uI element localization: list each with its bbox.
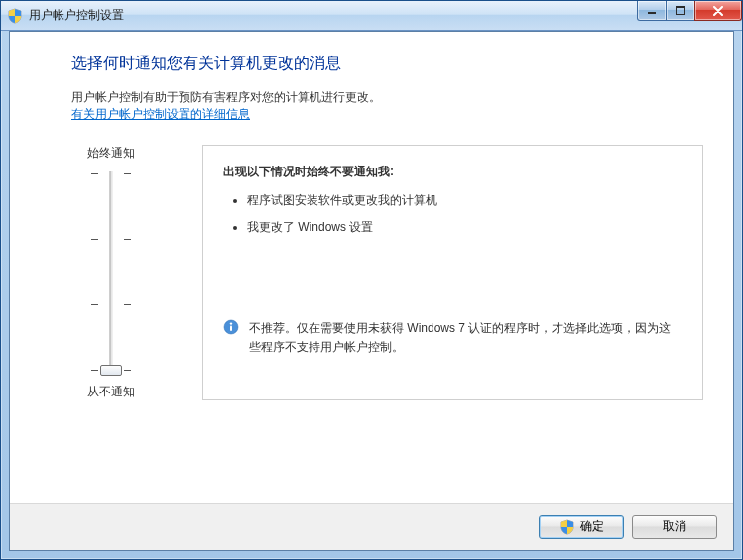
cancel-button-label: 取消 — [663, 518, 686, 535]
info-title: 出现以下情况时始终不要通知我: — [223, 164, 682, 180]
svg-rect-2 — [676, 6, 685, 8]
slider-tick — [91, 304, 98, 305]
slider-tick — [124, 370, 131, 371]
maximize-icon — [676, 6, 685, 15]
more-info-link[interactable]: 有关用户帐户控制设置的详细信息 — [71, 107, 250, 121]
close-button[interactable] — [694, 1, 742, 21]
list-item: 我更改了 Windows 设置 — [247, 219, 682, 236]
client-area: 选择何时通知您有关计算机更改的消息 用户帐户控制有助于预防有害程序对您的计算机进… — [9, 31, 734, 551]
titlebar[interactable]: 用户帐户控制设置 — [1, 1, 742, 31]
shield-icon — [559, 519, 575, 535]
ok-button-label: 确定 — [580, 518, 604, 535]
slider-column: 始终通知 从不通知 — [71, 145, 151, 400]
slider-tick — [124, 304, 131, 305]
slider-tick — [91, 173, 98, 174]
recommendation-row: 不推荐。仅在需要使用未获得 Windows 7 认证的程序时，才选择此选项，因为… — [223, 319, 682, 357]
minimize-icon — [647, 7, 657, 15]
svg-rect-5 — [230, 325, 232, 330]
info-panel: 出现以下情况时始终不要通知我: 程序试图安装软件或更改我的计算机 我更改了 Wi… — [202, 145, 703, 400]
button-bar: 确定 取消 — [10, 503, 733, 550]
slider-top-label: 始终通知 — [71, 145, 151, 162]
info-icon — [223, 319, 239, 335]
info-bullet-list: 程序试图安装软件或更改我的计算机 我更改了 Windows 设置 — [223, 192, 682, 236]
slider-bottom-label: 从不通知 — [71, 384, 151, 400]
description-text: 用户帐户控制有助于预防有害程序对您的计算机进行更改。 — [71, 88, 703, 106]
uac-settings-window: 用户帐户控制设置 选择何时通知您有关计算机更改的消息 用户帐户控制有助于预防有害… — [0, 0, 743, 560]
minimize-button[interactable] — [637, 1, 667, 21]
slider-track-line — [110, 171, 113, 374]
svg-rect-0 — [648, 12, 656, 14]
cancel-button[interactable]: 取消 — [632, 515, 717, 539]
ok-button[interactable]: 确定 — [539, 515, 624, 539]
window-controls — [637, 1, 742, 21]
notification-slider[interactable] — [83, 168, 139, 378]
window-title: 用户帐户控制设置 — [29, 7, 124, 24]
maximize-button[interactable] — [667, 1, 694, 21]
recommendation-text: 不推荐。仅在需要使用未获得 Windows 7 认证的程序时，才选择此选项，因为… — [249, 319, 682, 357]
page-heading: 选择何时通知您有关计算机更改的消息 — [71, 54, 703, 74]
close-icon — [712, 6, 724, 16]
slider-tick — [124, 173, 131, 174]
shield-icon — [7, 8, 23, 24]
slider-tick — [91, 239, 98, 240]
slider-thumb[interactable] — [100, 365, 122, 376]
list-item: 程序试图安装软件或更改我的计算机 — [247, 192, 682, 209]
content-area: 选择何时通知您有关计算机更改的消息 用户帐户控制有助于预防有害程序对您的计算机进… — [10, 32, 733, 501]
slider-tick — [91, 370, 98, 371]
slider-tick — [124, 239, 131, 240]
settings-body: 始终通知 从不通知 — [71, 145, 703, 400]
svg-point-4 — [230, 322, 232, 324]
